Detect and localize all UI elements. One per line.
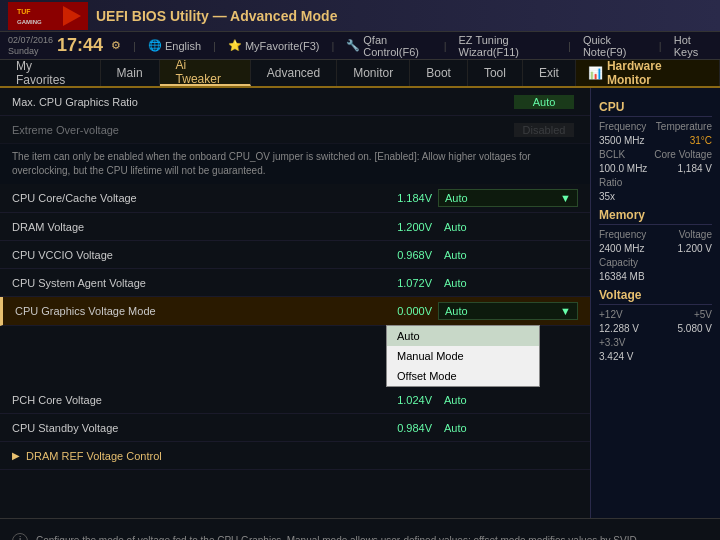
time-display: 17:44 bbox=[57, 35, 103, 56]
dropdown-option-auto[interactable]: Auto bbox=[387, 326, 539, 346]
ez-tuning-btn[interactable]: EZ Tuning Wizard(F11) bbox=[459, 34, 557, 58]
cpu-bclk-corev-values-row: 100.0 MHz 1,184 V bbox=[599, 163, 712, 174]
dram-ref-voltage-collapsible[interactable]: ▶ DRAM REF Voltage Control bbox=[0, 442, 590, 470]
max-cpu-graphics-ratio-value: Auto bbox=[514, 95, 574, 109]
pch-core-voltage-row: PCH Core Voltage 1.024V Auto bbox=[0, 386, 590, 414]
chevron-down-icon-2: ▼ bbox=[560, 305, 571, 317]
memory-section-title: Memory bbox=[599, 208, 712, 225]
mem-capacity-label-row: Capacity bbox=[599, 257, 712, 268]
nav-advanced[interactable]: Advanced bbox=[251, 60, 337, 86]
max-cpu-graphics-ratio-label: Max. CPU Graphics Ratio bbox=[12, 96, 514, 108]
settings-icon[interactable]: ⚙ bbox=[111, 39, 121, 52]
nav-boot[interactable]: Boot bbox=[410, 60, 468, 86]
nav-ai-tweaker[interactable]: Ai Tweaker bbox=[160, 60, 251, 86]
cpu-section-title: CPU bbox=[599, 100, 712, 117]
cpu-vccio-voltage-row: CPU VCCIO Voltage 0.968V Auto bbox=[0, 241, 590, 269]
main-content: Max. CPU Graphics Ratio Auto Extreme Ove… bbox=[0, 88, 720, 518]
info-circle-icon: i bbox=[12, 533, 28, 541]
plus5v-value: 5.080 V bbox=[678, 323, 712, 334]
nav-monitor[interactable]: Monitor bbox=[337, 60, 410, 86]
cpu-ratio-value-row: 35x bbox=[599, 191, 712, 202]
logo: TUF GAMING bbox=[8, 2, 88, 30]
dropdown-option-offset-mode[interactable]: Offset Mode bbox=[387, 366, 539, 386]
nav-exit[interactable]: Exit bbox=[523, 60, 576, 86]
setting-description-text: Configure the mode of voltage fed to the… bbox=[36, 535, 639, 540]
cpu-system-agent-voltage-row: CPU System Agent Voltage 1.072V Auto bbox=[0, 269, 590, 297]
nav-main[interactable]: Main bbox=[101, 60, 160, 86]
cpu-graphics-voltage-mode-label: CPU Graphics Voltage Mode bbox=[15, 305, 377, 317]
left-panel: Max. CPU Graphics Ratio Auto Extreme Ove… bbox=[0, 88, 590, 518]
cpu-freq-temp-values-row: 3500 MHz 31°C bbox=[599, 135, 712, 146]
dram-voltage-value: Auto bbox=[438, 219, 578, 235]
mem-frequency-value: 2400 MHz bbox=[599, 243, 645, 254]
cpu-standby-voltage-badge: 0.984V bbox=[377, 422, 432, 434]
voltage-3v3-value-row: 3.424 V bbox=[599, 351, 712, 362]
cpu-vccio-voltage-label: CPU VCCIO Voltage bbox=[12, 249, 377, 261]
dram-ref-voltage-label: DRAM REF Voltage Control bbox=[26, 450, 162, 462]
nav-hw-monitor[interactable]: 📊 Hardware Monitor bbox=[576, 60, 720, 86]
pch-core-voltage-label: PCH Core Voltage bbox=[12, 394, 377, 406]
extreme-overvoltage-row: Extreme Over-voltage Disabled bbox=[0, 116, 590, 144]
cpu-temperature-label: Temperature bbox=[656, 121, 712, 132]
mem-capacity-value: 16384 MB bbox=[599, 271, 645, 282]
mem-voltage-value: 1.200 V bbox=[678, 243, 712, 254]
voltage-12v-5v-labels-row: +12V +5V bbox=[599, 309, 712, 320]
cpu-standby-voltage-value: Auto bbox=[438, 420, 578, 436]
cpu-core-voltage-value: 1,184 V bbox=[678, 163, 712, 174]
info-bar: 02/07/2016 Sunday 17:44 ⚙ | 🌐 English | … bbox=[0, 32, 720, 60]
mem-frequency-label: Frequency bbox=[599, 229, 646, 240]
cpu-frequency-value: 3500 MHz bbox=[599, 135, 645, 146]
svg-text:GAMING: GAMING bbox=[17, 19, 42, 25]
cpu-system-agent-voltage-value: Auto bbox=[438, 275, 578, 291]
cpu-core-voltage-label: Core Voltage bbox=[654, 149, 712, 160]
plus12v-value: 12.288 V bbox=[599, 323, 639, 334]
date-display: 02/07/2016 Sunday bbox=[8, 35, 53, 57]
cpu-core-cache-voltage-row: CPU Core/Cache Voltage 1.184V Auto ▼ bbox=[0, 184, 590, 213]
plus5v-label: +5V bbox=[694, 309, 712, 320]
pch-core-voltage-badge: 1.024V bbox=[377, 394, 432, 406]
voltage-12v-5v-values-row: 12.288 V 5.080 V bbox=[599, 323, 712, 334]
cpu-vccio-voltage-badge: 0.968V bbox=[377, 249, 432, 261]
plus3v3-value: 3.424 V bbox=[599, 351, 633, 362]
plus12v-label: +12V bbox=[599, 309, 623, 320]
cpu-ratio-label: Ratio bbox=[599, 177, 622, 188]
hot-keys-btn[interactable]: Hot Keys bbox=[674, 34, 712, 58]
mem-capacity-value-row: 16384 MB bbox=[599, 271, 712, 282]
info-bottom-bar: i Configure the mode of voltage fed to t… bbox=[0, 518, 720, 540]
qfan-control-btn[interactable]: 🔧 Qfan Control(F6) bbox=[346, 34, 431, 58]
cpu-system-agent-voltage-badge: 1.072V bbox=[377, 277, 432, 289]
hw-monitor-panel: CPU Frequency Temperature 3500 MHz 31°C … bbox=[590, 88, 720, 518]
voltage-mode-dropdown-popup: Auto Manual Mode Offset Mode bbox=[386, 325, 540, 387]
max-cpu-graphics-ratio-row: Max. CPU Graphics Ratio Auto bbox=[0, 88, 590, 116]
mem-capacity-label: Capacity bbox=[599, 257, 638, 268]
cpu-frequency-row: Frequency Temperature bbox=[599, 121, 712, 132]
cpu-bclk-label: BCLK bbox=[599, 149, 625, 160]
dram-voltage-badge: 1.200V bbox=[377, 221, 432, 233]
cpu-core-cache-voltage-dropdown[interactable]: Auto ▼ bbox=[438, 189, 578, 207]
dropdown-option-manual-mode[interactable]: Manual Mode bbox=[387, 346, 539, 366]
app-title: UEFI BIOS Utility — Advanced Mode bbox=[96, 8, 337, 24]
quick-note-btn[interactable]: Quick Note(F9) bbox=[583, 34, 647, 58]
cpu-standby-voltage-row: CPU Standby Voltage 0.984V Auto bbox=[0, 414, 590, 442]
nav-tool[interactable]: Tool bbox=[468, 60, 523, 86]
nav-my-favorites[interactable]: My Favorites bbox=[0, 60, 101, 86]
cpu-ratio-label-row: Ratio bbox=[599, 177, 712, 188]
cpu-bclk-value: 100.0 MHz bbox=[599, 163, 647, 174]
cpu-vccio-voltage-value: Auto bbox=[438, 247, 578, 263]
pch-core-voltage-value: Auto bbox=[438, 392, 578, 408]
cpu-ov-info-text: The item can only be enabled when the on… bbox=[0, 144, 590, 184]
extreme-overvoltage-label: Extreme Over-voltage bbox=[12, 124, 514, 136]
cpu-core-cache-voltage-badge: 1.184V bbox=[377, 192, 432, 204]
cpu-temperature-value: 31°C bbox=[690, 135, 712, 146]
my-favorite-btn[interactable]: ⭐ MyFavorite(F3) bbox=[228, 39, 320, 52]
extreme-overvoltage-value: Disabled bbox=[514, 123, 574, 137]
cpu-system-agent-voltage-label: CPU System Agent Voltage bbox=[12, 277, 377, 289]
svg-text:TUF: TUF bbox=[17, 8, 31, 15]
title-bar: TUF GAMING UEFI BIOS Utility — Advanced … bbox=[0, 0, 720, 32]
mem-voltage-label: Voltage bbox=[679, 229, 712, 240]
language-selector[interactable]: 🌐 English bbox=[148, 39, 201, 52]
cpu-frequency-label: Frequency bbox=[599, 121, 646, 132]
cpu-graphics-voltage-mode-dropdown[interactable]: Auto ▼ bbox=[438, 302, 578, 320]
mem-freq-volt-values-row: 2400 MHz 1.200 V bbox=[599, 243, 712, 254]
cpu-graphics-voltage-mode-row: CPU Graphics Voltage Mode 0.000V Auto ▼ bbox=[0, 297, 590, 326]
